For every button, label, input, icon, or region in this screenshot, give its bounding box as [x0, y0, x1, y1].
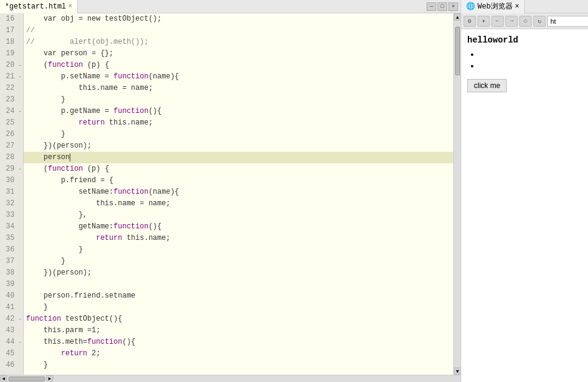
code-line[interactable]: return this.name; [24, 233, 453, 244]
line-number: 18 [0, 36, 17, 48]
fold-marker[interactable]: - [17, 166, 23, 172]
code-line[interactable]: return this.name; [24, 117, 453, 129]
page-title: helloworld [467, 35, 588, 45]
code-line[interactable]: }, [24, 210, 453, 221]
gutter-row: 40 [0, 290, 23, 302]
settings-dropdown-button[interactable]: ▾ [478, 16, 490, 27]
text-cursor [70, 154, 70, 162]
gutter-row: 43 [0, 325, 23, 336]
code-line[interactable]: this.name = name; [24, 83, 453, 94]
gutter-row: 42- [0, 313, 23, 325]
gutter-row: 35 [0, 233, 23, 244]
refresh-button[interactable]: ↻ [533, 16, 546, 27]
gutter-row: 44- [0, 336, 23, 348]
editor-tab-close-icon[interactable]: × [69, 3, 72, 10]
code-line[interactable]: this.name = name; [24, 198, 453, 210]
fold-marker[interactable]: - [17, 73, 23, 80]
code-line[interactable]: } [24, 244, 453, 256]
code-segment: // alert(obj.meth()); [26, 36, 149, 48]
gutter-row: 25 [0, 117, 23, 129]
code-line[interactable]: person.friend.setname [24, 290, 453, 302]
line-gutter: 1617181920-21-222324-2526272829-30313233… [0, 13, 24, 375]
code-line[interactable]: } [24, 94, 453, 106]
gutter-row: 32 [0, 198, 23, 210]
code-area: 1617181920-21-222324-2526272829-30313233… [0, 13, 461, 375]
code-line[interactable]: function testObject(){ [24, 313, 453, 325]
fold-marker[interactable]: - [17, 339, 23, 346]
code-line[interactable]: } [24, 129, 453, 140]
gutter-row: 34 [0, 221, 23, 233]
line-number: 42 [0, 313, 17, 325]
click-me-button[interactable]: click me [467, 79, 507, 92]
code-line[interactable]: getName:function(){ [24, 221, 453, 233]
code-segment: person.friend.setname [26, 290, 135, 302]
code-line[interactable]: setName:function(name){ [24, 186, 453, 198]
gutter-row: 41 [0, 302, 23, 313]
code-line[interactable]: this.parm =1; [24, 325, 453, 336]
code-segment: var person = {}; [26, 48, 113, 60]
code-line[interactable]: var obj = new testObject(); [24, 13, 453, 25]
line-number: 44 [0, 336, 17, 348]
line-number: 29 [0, 163, 17, 175]
scroll-right-arrow[interactable]: ► [46, 375, 53, 383]
horizontal-scrollbar[interactable]: ◄ ► [0, 375, 461, 382]
forward-button[interactable]: → [505, 16, 518, 27]
code-segment: } [26, 129, 66, 140]
browser-panel: 🌐 Web浏览器 × — □ × ⚙ ▾ ← → ⌂ ↻ helloworld [461, 0, 588, 382]
code-line[interactable]: return 2; [24, 348, 453, 360]
scroll-left-arrow[interactable]: ◄ [0, 375, 7, 383]
line-number: 24 [0, 106, 17, 117]
code-line[interactable]: } [24, 256, 453, 267]
code-segment: function [48, 163, 83, 175]
code-line[interactable]: person [24, 152, 453, 163]
code-segment: return [96, 233, 122, 244]
code-line[interactable]: var person = {}; [24, 48, 453, 60]
fold-marker[interactable]: - [17, 108, 23, 115]
settings-button[interactable]: ⚙ [464, 16, 476, 27]
scroll-down-arrow[interactable]: ▼ [454, 367, 461, 375]
home-button[interactable]: ⌂ [519, 16, 532, 27]
code-line[interactable]: })(person); [24, 140, 453, 152]
code-segment: (p) { [83, 60, 109, 71]
fold-marker[interactable]: - [17, 62, 23, 69]
editor-tab[interactable]: *getstart.html × [0, 0, 78, 13]
back-button[interactable]: ← [492, 16, 504, 27]
code-line[interactable]: p.setName = function(name){ [24, 71, 453, 83]
browser-tab[interactable]: 🌐 Web浏览器 × [461, 0, 525, 13]
browser-tab-label: Web浏览器 [478, 1, 513, 12]
gutter-row: 19 [0, 48, 23, 60]
vertical-scrollbar[interactable]: ▲ ▼ [453, 13, 461, 375]
code-line[interactable]: (function (p) { [24, 163, 453, 175]
code-segment: } [26, 302, 48, 313]
scroll-h-thumb[interactable] [8, 377, 45, 381]
code-segment: function [113, 106, 149, 117]
code-segment: this.name = name; [26, 83, 153, 94]
code-line[interactable]: p.friend = { [24, 175, 453, 186]
code-line[interactable]: (function (p) { [24, 60, 453, 71]
editor-maximize-button[interactable]: □ [438, 2, 447, 11]
fold-marker[interactable]: - [17, 316, 23, 322]
line-number: 30 [0, 175, 17, 186]
code-line[interactable]: })(person); [24, 267, 453, 279]
code-segment: this.parm =1; [26, 325, 100, 336]
line-number: 26 [0, 129, 17, 140]
editor-close-button[interactable]: × [448, 2, 458, 11]
code-line[interactable]: this.meth=function(){ [24, 336, 453, 348]
line-number: 34 [0, 221, 17, 233]
scroll-up-arrow[interactable]: ▲ [454, 13, 461, 21]
editor-minimize-button[interactable]: — [427, 2, 436, 11]
browser-tab-close-icon[interactable]: × [515, 2, 519, 11]
scroll-thumb[interactable] [455, 27, 460, 75]
code-line[interactable]: // [24, 25, 453, 36]
code-line[interactable]: } [24, 302, 453, 313]
code-line[interactable]: p.getName = function(){ [24, 106, 453, 117]
code-line[interactable] [24, 279, 453, 290]
url-bar[interactable] [547, 16, 588, 27]
line-number: 37 [0, 256, 17, 267]
code-line[interactable]: // alert(obj.meth()); [24, 36, 453, 48]
code-segment: function [26, 313, 61, 325]
code-lines[interactable]: var obj = new testObject();//// alert(ob… [24, 13, 453, 375]
line-number: 31 [0, 186, 17, 198]
code-segment [26, 117, 78, 129]
code-line[interactable]: } [24, 360, 453, 371]
